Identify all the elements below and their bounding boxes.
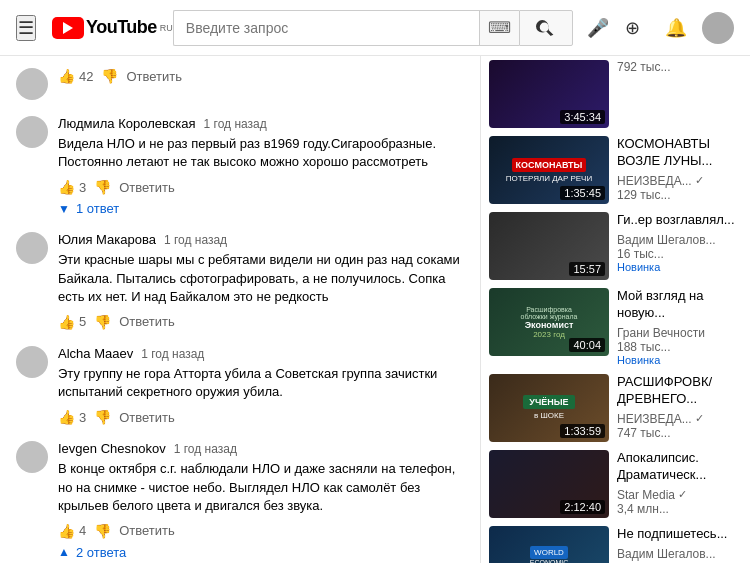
sidebar-channel: Star Media ✓ [617, 488, 742, 502]
comment-content: Ievgen Chesnokov 1 год назад В конце окт… [58, 441, 464, 563]
like-button[interactable]: 👍 3 [58, 409, 86, 425]
sidebar-thumbnail: КОСМОНАВТЫ ПОТЕРЯЛИ ДАР РЕЧИ 1:35:45 [489, 136, 609, 204]
sidebar: 3:45:34 792 тыс... КОСМОНАВТЫ ПОТЕРЯЛИ Д… [480, 56, 750, 563]
comment-author: Юлия Макарова [58, 232, 156, 247]
sidebar-views: 792 тыс... [617, 60, 742, 74]
comment-time: 1 год назад [164, 233, 227, 247]
replies-count: 1 ответ [76, 201, 119, 216]
sidebar-views: 747 тыс... [617, 426, 742, 440]
search-container: ⌨ 🎤 [173, 10, 614, 46]
sidebar-item[interactable]: УЧЁНЫЕ в ШОКЕ 1:33:59 РАСШИФРОВК/ ДРЕВНЕ… [489, 374, 742, 442]
header-right: ⊕ 🔔 [614, 10, 734, 46]
reply-button[interactable]: Ответить [119, 523, 175, 538]
like-count: 3 [79, 180, 86, 195]
search-input[interactable] [173, 10, 479, 46]
sidebar-thumbnail: 3:45:34 [489, 60, 609, 128]
comment-actions: 👍 42 👎 Ответить [58, 68, 464, 84]
sidebar-item[interactable]: Расшифровка обложки журнала Экономист 20… [489, 288, 742, 366]
menu-button[interactable]: ☰ [16, 15, 36, 41]
comment-header: Юлия Макарова 1 год назад [58, 232, 464, 247]
avatar [16, 441, 48, 473]
sidebar-views: 129 тыс... [617, 188, 742, 202]
sidebar-thumbnail: 15:57 [489, 212, 609, 280]
comment: Alcha Maaev 1 год назад Эту группу не го… [16, 346, 464, 425]
like-button[interactable]: 👍 4 [58, 523, 86, 539]
dislike-button[interactable]: 👎 [94, 409, 111, 425]
comment-content: 👍 42 👎 Ответить [58, 68, 464, 100]
thumbdown-icon: 👎 [94, 179, 111, 195]
comment-header: Alcha Maaev 1 год назад [58, 346, 464, 361]
reply-button[interactable]: Ответить [119, 410, 175, 425]
sidebar-views: 3,4 млн... [617, 502, 742, 516]
sidebar-item[interactable]: 3:45:34 792 тыс... [489, 60, 742, 128]
comment-block: Людмила Королевская 1 год назад Видела Н… [16, 116, 464, 216]
sidebar-channel: Грани Вечности [617, 326, 742, 340]
like-button[interactable]: 👍 3 [58, 179, 86, 195]
header: ☰ YouTubeRU ⌨ 🎤 ⊕ 🔔 [0, 0, 750, 56]
avatar [16, 346, 48, 378]
header-left: ☰ YouTubeRU [16, 15, 173, 41]
search-bar: ⌨ [173, 10, 573, 46]
comment-time: 1 год назад [204, 117, 267, 131]
dislike-button[interactable]: 👎 [101, 68, 118, 84]
video-duration: 2:12:40 [560, 500, 605, 514]
logo-country: RU [160, 23, 173, 33]
sidebar-info: РАСШИФРОВК/ ДРЕВНЕГО... НЕИЗВЕДА... ✓ 74… [617, 374, 742, 440]
like-button[interactable]: 👍 42 [58, 68, 93, 84]
sidebar-channel: Вадим Шегалов... [617, 547, 742, 561]
search-button[interactable] [519, 10, 573, 46]
reply-button[interactable]: Ответить [119, 180, 175, 195]
sidebar-views: 16 тыс... [617, 247, 742, 261]
channel-name: НЕИЗВЕДА... [617, 412, 692, 426]
notifications-button[interactable]: 🔔 [658, 10, 694, 46]
sidebar-title: Апокалипсис. Драматическ... [617, 450, 742, 484]
sidebar-item[interactable]: 2:12:40 Апокалипсис. Драматическ... Star… [489, 450, 742, 518]
thumbdown-icon: 👎 [94, 409, 111, 425]
expand-arrow-icon: ▲ [58, 545, 70, 559]
sidebar-info: Не подпишетесь... Вадим Шегалов... 28 ты… [617, 526, 742, 563]
reply-button[interactable]: Ответить [126, 69, 182, 84]
new-badge: Новинка [617, 354, 742, 366]
replies-toggle[interactable]: ▼ 1 ответ [58, 201, 464, 216]
like-count: 42 [79, 69, 93, 84]
thumbup-icon: 👍 [58, 179, 75, 195]
thumbup-icon: 👍 [58, 314, 75, 330]
thumbdown-icon: 👎 [94, 523, 111, 539]
create-button[interactable]: ⊕ [614, 10, 650, 46]
video-duration: 1:33:59 [560, 424, 605, 438]
sidebar-title: РАСШИФРОВК/ ДРЕВНЕГО... [617, 374, 742, 408]
comment-author: Ievgen Chesnokov [58, 441, 166, 456]
logo-container[interactable]: YouTubeRU [52, 17, 173, 39]
user-avatar[interactable] [702, 12, 734, 44]
comment: Людмила Королевская 1 год назад Видела Н… [16, 116, 464, 216]
comment-author: Людмила Королевская [58, 116, 196, 131]
video-duration: 15:57 [569, 262, 605, 276]
channel-name: Вадим Шегалов... [617, 547, 716, 561]
comment-block: Юлия Макарова 1 год назад Эти красные ша… [16, 232, 464, 330]
comment-actions: 👍 3 👎 Ответить [58, 179, 464, 195]
thumb-image: WORLD ECONOMIC FORUM [489, 526, 609, 563]
sidebar-thumbnail: 2:12:40 [489, 450, 609, 518]
sidebar-item[interactable]: WORLD ECONOMIC FORUM 13:17 Не подпишетес… [489, 526, 742, 563]
replies-toggle[interactable]: ▲ 2 ответа [58, 545, 464, 560]
dislike-button[interactable]: 👎 [94, 179, 111, 195]
keyboard-button[interactable]: ⌨ [479, 10, 519, 46]
reply-button[interactable]: Ответить [119, 314, 175, 329]
comment-content: Alcha Maaev 1 год назад Эту группу не го… [58, 346, 464, 425]
channel-name: Грани Вечности [617, 326, 705, 340]
microphone-button[interactable]: 🎤 [581, 10, 614, 46]
dislike-button[interactable]: 👎 [94, 314, 111, 330]
sidebar-views: 188 тыс... [617, 340, 742, 354]
comment-text: В конце октября с.г. наблюдали НЛО и даж… [58, 460, 464, 515]
sidebar-item[interactable]: КОСМОНАВТЫ ПОТЕРЯЛИ ДАР РЕЧИ 1:35:45 КОС… [489, 136, 742, 204]
comment-block: Ievgen Chesnokov 1 год назад В конце окт… [16, 441, 464, 563]
sidebar-item[interactable]: 15:57 Ги..ер возглавлял... Вадим Шегалов… [489, 212, 742, 280]
dislike-button[interactable]: 👎 [94, 523, 111, 539]
like-button[interactable]: 👍 5 [58, 314, 86, 330]
like-count: 4 [79, 523, 86, 538]
sidebar-thumbnail: УЧЁНЫЕ в ШОКЕ 1:33:59 [489, 374, 609, 442]
sidebar-channel: Вадим Шегалов... [617, 233, 742, 247]
sidebar-channel: НЕИЗВЕДА... ✓ [617, 174, 742, 188]
sidebar-thumbnail: WORLD ECONOMIC FORUM 13:17 [489, 526, 609, 563]
comment: 👍 42 👎 Ответить [16, 68, 464, 100]
